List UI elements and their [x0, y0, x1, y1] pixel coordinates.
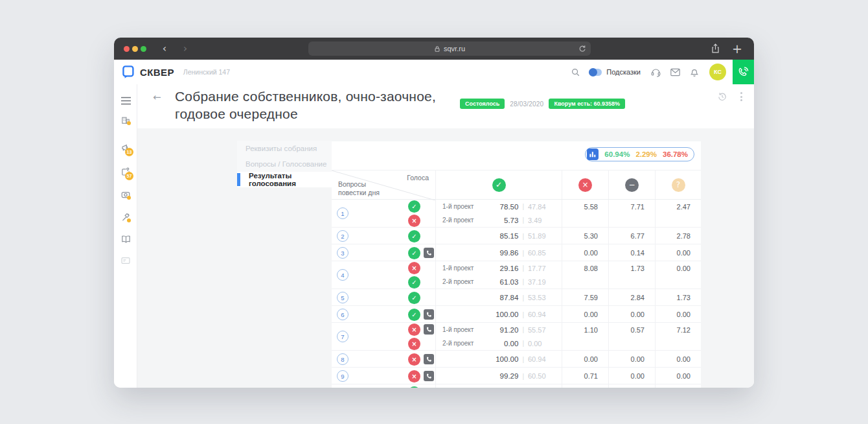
project-label: 2-й проект — [442, 340, 474, 347]
sidebar-item-services[interactable] — [114, 209, 137, 225]
table-row[interactable]: ✓ — [332, 384, 701, 388]
vote-against-icon: × — [408, 353, 420, 366]
messages-envelope-icon[interactable] — [665, 67, 685, 77]
vote-for-icon: ✓ — [492, 178, 506, 192]
votes-against-value: 0.00 — [584, 311, 598, 318]
new-tab-button[interactable]: + — [732, 43, 742, 55]
results-table: Голоса Вопросы повестки дня ✓ × − ? 1✓×1… — [332, 170, 701, 388]
quorum-badge: Кворум есть: 60.9358% — [549, 99, 625, 109]
history-icon[interactable] — [717, 91, 727, 102]
page-title-line2: годовое очередное — [175, 105, 436, 123]
sidebar-item-payments[interactable] — [114, 253, 137, 268]
sidebar-menu-button[interactable] — [114, 93, 137, 108]
votes-for-cell: 99.29|60.50 — [435, 368, 562, 384]
vote-result-icons: × — [408, 353, 434, 366]
table-row[interactable]: 9×99.29|60.500.710.000.00 — [332, 368, 701, 384]
total-against-percent: 36.78% — [663, 150, 688, 158]
table-row[interactable]: 6✓100.00|60.940.000.000.00 — [332, 306, 701, 323]
more-options-menu[interactable] — [737, 91, 746, 102]
vote-result-icons: ✓ — [408, 386, 420, 388]
hints-toggle[interactable]: Подсказки — [589, 68, 641, 76]
header-corner-cell: Голоса Вопросы повестки дня — [332, 171, 435, 199]
votes-for-cell: 99.86|60.85 — [435, 244, 562, 261]
table-row[interactable]: 4×✓1-й проект29.16|17.772-й проект61.03|… — [332, 261, 701, 289]
vote-for-icon: ✓ — [408, 276, 420, 289]
callback-button[interactable] — [733, 60, 754, 84]
tab-questions-voting[interactable]: Вопросы / Голосование — [237, 156, 332, 172]
sidebar-item-building[interactable] — [114, 112, 137, 128]
vote-result-icons: ✓× — [408, 200, 420, 227]
results-card: 60.94% 2.29% 36.78% Голоса Вопросы повес… — [332, 141, 701, 388]
search-icon[interactable] — [565, 67, 585, 77]
reload-icon[interactable] — [578, 44, 586, 53]
close-window-button[interactable] — [124, 46, 130, 52]
votes-abstain-value: 1.73 — [631, 265, 645, 272]
votes-abstain-value: 0.57 — [631, 326, 645, 334]
avatar[interactable]: КС — [709, 64, 726, 80]
votes-for-value: 5.73 — [485, 217, 518, 224]
votes-for-percent: 60.50 — [528, 372, 555, 380]
lock-icon — [434, 45, 440, 53]
notifications-bell-icon[interactable] — [685, 67, 704, 78]
votes-unknown-value: 2.47 — [677, 203, 691, 211]
table-row[interactable]: 1✓×1-й проект78.50|47.842-й проект5.73|3… — [332, 200, 701, 228]
vote-result-icons: ×✓ — [408, 262, 420, 289]
address-bar[interactable]: sqvr.ru — [308, 41, 591, 56]
votes-unknown-value: 0.00 — [677, 311, 691, 318]
question-number: 1 — [337, 207, 348, 219]
fullscreen-window-button[interactable] — [141, 46, 146, 52]
manual-vote-icon — [424, 248, 434, 258]
sidebar-item-voting[interactable]: 57 — [114, 164, 137, 180]
browser-forward-button[interactable]: › — [177, 41, 193, 56]
votes-for-value: 100.00 — [485, 355, 518, 363]
support-headset-icon[interactable] — [646, 67, 665, 78]
table-row[interactable]: 5✓87.84|53.537.592.841.73 — [332, 289, 701, 306]
building-selector[interactable]: Ленинский 147 — [183, 68, 230, 76]
table-row[interactable]: 3✓99.86|60.850.000.140.00 — [332, 244, 701, 261]
votes-against-value: 1.10 — [584, 326, 598, 334]
share-icon[interactable] — [711, 43, 720, 54]
vote-against-icon: × — [408, 215, 420, 227]
votes-for-cell: 85.15|51.89 — [435, 228, 562, 244]
tab-requisites[interactable]: Реквизиты собрания — [237, 141, 332, 156]
vote-result-icons: ✓ — [408, 230, 420, 242]
sidebar-item-camera[interactable] — [114, 187, 137, 202]
vote-against-icon: × — [578, 178, 592, 192]
manual-vote-icon — [424, 309, 434, 320]
project-label: 1-й проект — [442, 203, 474, 210]
votes-for-percent: 17.77 — [528, 265, 555, 272]
meeting-date: 28/03/2020 — [510, 100, 543, 108]
sidebar: 13 57 — [114, 84, 137, 388]
votes-for-percent: 55.57 — [528, 326, 555, 334]
votes-for-value: 61.03 — [485, 278, 518, 286]
total-for-percent: 60.94% — [604, 150, 630, 158]
app-logo[interactable]: СКВЕР — [114, 65, 174, 79]
totals-pill[interactable]: 60.94% 2.29% 36.78% — [585, 147, 694, 161]
votes-for-value: 85.15 — [485, 232, 518, 240]
minimize-window-button[interactable] — [132, 46, 138, 52]
votes-for-percent: 53.53 — [528, 294, 555, 301]
back-button[interactable]: ← — [153, 91, 161, 103]
sidebar-item-docs[interactable] — [114, 231, 137, 246]
votes-for-cell: 1-й проект91.20|55.572-й проект0.00|0.00 — [435, 323, 562, 350]
vote-against-icon: × — [408, 338, 420, 350]
vote-for-icon: ✓ — [408, 200, 420, 213]
vote-abstain-icon: − — [625, 178, 639, 192]
vote-for-icon: ✓ — [408, 309, 420, 321]
manual-vote-icon — [424, 324, 434, 335]
page-title: Собрание собственников, очно-заочное, го… — [175, 88, 436, 123]
votes-against-value: 0.00 — [584, 249, 598, 257]
table-row[interactable]: 8×100.00|60.940.000.000.00 — [332, 351, 701, 368]
votes-unknown-value: 1.73 — [677, 294, 691, 301]
table-row[interactable]: 2✓85.15|51.895.306.772.78 — [332, 228, 701, 244]
tab-voting-results[interactable]: Результаты голосования — [237, 172, 332, 187]
vote-against-icon: × — [408, 370, 420, 383]
votes-for-cell: 1-й проект78.50|47.842-й проект5.73|3.49 — [435, 200, 562, 227]
browser-back-button[interactable]: ‹ — [157, 41, 172, 56]
votes-for-value: 29.16 — [485, 265, 518, 272]
sidebar-item-announcements[interactable]: 13 — [114, 140, 137, 156]
table-row[interactable]: 7××1-й проект91.20|55.572-й проект0.00|0… — [332, 323, 701, 351]
vote-for-icon: ✓ — [408, 292, 420, 304]
votes-for-percent: 3.49 — [528, 217, 555, 224]
vote-against-icon: × — [408, 262, 420, 274]
